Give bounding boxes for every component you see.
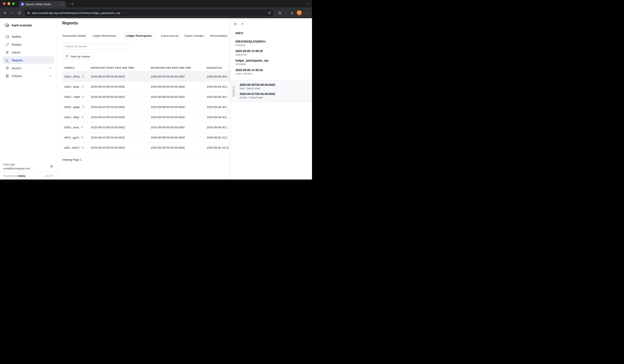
- expand-panel-icon[interactable]: [240, 22, 244, 26]
- tab-ledger-movements[interactable]: Ledger Movements: [92, 34, 116, 37]
- search-input[interactable]: [62, 43, 129, 50]
- browser-toolbar: bqrb-example.ldg-stg.one/studio/reports?…: [0, 7, 312, 18]
- copy-icon[interactable]: [81, 136, 84, 139]
- handle-cell: 02EA...60Vs: [64, 75, 91, 78]
- sidebar-item-label: Reports: [12, 59, 23, 62]
- settings-gear-icon[interactable]: [49, 164, 54, 169]
- table-row[interactable]: xkiD...GaY4 2025-05-01T00:00:00.000Z 202…: [62, 143, 240, 153]
- tab-list-chevron-icon[interactable]: [306, 1, 310, 6]
- table-row[interactable]: 02Du...kvvy 2025-09-01T00:00:00.000Z 202…: [62, 122, 240, 132]
- field-value: 02EAObOQLbTjk60Vs: [235, 40, 312, 43]
- tab-export-journal[interactable]: Export journal: [161, 34, 178, 37]
- field-label: CREATED: [235, 53, 312, 56]
- workspace-name: bqrb-example: [12, 24, 32, 27]
- tab-ledger-participants[interactable]: Ledger Participants: [123, 32, 155, 39]
- new-tab-button[interactable]: [70, 1, 75, 6]
- filter-button[interactable]: Filter by custom: [62, 53, 94, 60]
- table-row[interactable]: 02E9...qwpb 2025-09-01T00:00:00.000Z 202…: [62, 102, 240, 112]
- reports-table: HANDLE REPORTING START DATE AND TIME REP…: [62, 64, 240, 153]
- collapse-panel-icon[interactable]: [234, 22, 237, 26]
- workspace-header[interactable]: bqrb-example: [0, 18, 57, 27]
- start-cell: 2025-09-05T00:00:00.000Z: [91, 95, 151, 99]
- workspace-logo-icon: [4, 23, 9, 27]
- browser-menu-kebab-icon[interactable]: [303, 9, 310, 16]
- end-cell: 2025-09-06T00:00:00.000Z: [151, 136, 207, 139]
- tab-favicon-icon: [21, 3, 24, 6]
- notebook-icon: [5, 74, 9, 78]
- field-value: 2025-09-08 14:39:20: [235, 68, 312, 72]
- copy-icon[interactable]: [81, 126, 84, 129]
- start-cell: 2025-09-01T00:00:00.000Z: [91, 75, 151, 78]
- field-label: END_TIMESTAMP: [240, 87, 312, 90]
- copy-icon[interactable]: [81, 75, 85, 78]
- sidebar-item-bridges[interactable]: Bridges: [3, 41, 54, 48]
- window-zoom-button[interactable]: [12, 2, 15, 5]
- field-label: HANDLE: [235, 44, 312, 47]
- field-value: 2025-09-08 14:39:20: [235, 49, 312, 53]
- table-row[interactable]: 02EA...Ydp0 2025-09-05T00:00:00.000Z 202…: [62, 92, 240, 102]
- start-cell: 2025-09-01T00:00:00.000Z: [91, 136, 151, 139]
- sidebar-item-wallets[interactable]: Wallets: [3, 33, 54, 40]
- sidebar-item-label: Wallets: [12, 35, 21, 38]
- end-cell: 2025-05-05T00:00:00.000Z: [151, 146, 207, 149]
- table-row[interactable]: 02EA...Boar 2025-09-01T00:00:00.000Z 202…: [62, 82, 240, 92]
- tab-reconciliation[interactable]: Reconciliation: [210, 34, 228, 37]
- tab-close-icon[interactable]: [60, 2, 64, 6]
- info-field-schema: ledger_participants_rep SCHEMA: [235, 59, 312, 66]
- download-icon[interactable]: [288, 9, 295, 16]
- handle-text: 467V...qg7o: [64, 136, 79, 139]
- site-info-icon[interactable]: [27, 11, 30, 15]
- sidebar-item-access[interactable]: Access: [3, 64, 54, 72]
- tab-title: Reports | Minka Studio: [26, 3, 59, 6]
- extensions-puzzle-icon[interactable]: [276, 9, 283, 16]
- col-end: REPORTING END DATE AND TIME: [151, 67, 207, 69]
- handle-cell: 02EA...Ydp0: [64, 95, 91, 99]
- sidebar-item-label: Bridges: [12, 43, 22, 46]
- sidebar-item-intents[interactable]: Intents: [3, 49, 54, 56]
- copy-icon[interactable]: [82, 95, 85, 99]
- end-cell: 2025-09-05T00:00:00.000Z: [151, 75, 207, 78]
- url-bar[interactable]: bqrb-example.ldg-stg.one/studio/reports?…: [25, 9, 274, 16]
- chevron-down-icon: [49, 67, 52, 70]
- sidebar-item-reports[interactable]: Reports: [3, 56, 54, 64]
- tab-export-changes[interactable]: Export changes: [184, 34, 204, 37]
- bottom-black-strip: [0, 180, 312, 182]
- tab-transaction-details[interactable]: Transaction Details: [62, 34, 86, 37]
- table-row[interactable]: 467V...qg7o 2025-09-01T00:00:00.000Z 202…: [62, 132, 240, 143]
- col-start: REPORTING START DATE AND TIME: [91, 67, 151, 69]
- powered-by: Powered by minka_: [3, 175, 27, 178]
- sidebar-item-policies[interactable]: Policies: [3, 72, 54, 80]
- back-icon[interactable]: [2, 9, 9, 16]
- bookmark-star-icon[interactable]: [268, 11, 271, 15]
- details-field-start-timestamp: 2025-09-01T00:00:00.000Z START_TIMESTAMP: [240, 92, 312, 99]
- forward-icon[interactable]: [9, 9, 16, 16]
- table-row[interactable]: 02Du...45qz 2025-09-01T00:00:00.000Z 202…: [62, 112, 240, 122]
- sidebar-item-label: Policies: [12, 75, 22, 78]
- sidebar-footer: Powered by minka_ v2.27.7: [0, 172, 57, 180]
- brand-link[interactable]: minka_: [18, 175, 27, 178]
- line-chart-icon: [5, 58, 9, 62]
- handle-cell: 467V...qg7o: [64, 136, 91, 139]
- sidebar-item-label: Intents: [12, 51, 21, 54]
- table-row[interactable]: 02EA...60Vs 2025-09-01T00:00:00.000Z 202…: [62, 72, 240, 82]
- browser-tab[interactable]: Reports | Minka Studio: [19, 1, 66, 7]
- handle-cell: 02EA...Boar: [64, 85, 91, 88]
- sidebar-bottom: First Last email@company.com Powered by …: [0, 163, 57, 180]
- app: bqrb-example Wallets Bridges Intents R: [0, 18, 312, 180]
- copy-icon[interactable]: [81, 105, 85, 109]
- end-cell: 2025-09-06T00:00:00.000Z: [151, 105, 207, 109]
- window-close-button[interactable]: [3, 2, 6, 5]
- copy-icon[interactable]: [81, 116, 84, 119]
- url-text: bqrb-example.ldg-stg.one/studio/reports?…: [32, 11, 266, 15]
- copy-icon[interactable]: [81, 85, 84, 88]
- window-minimize-button[interactable]: [7, 2, 10, 5]
- profile-avatar[interactable]: [297, 10, 302, 16]
- reload-icon[interactable]: [16, 9, 23, 16]
- sidebar: bqrb-example Wallets Bridges Intents R: [0, 18, 57, 180]
- details-field-end-timestamp: 2025-09-05T00:00:00.000Z END_TIMESTAMP: [240, 83, 312, 90]
- table-header-row: HANDLE REPORTING START DATE AND TIME REP…: [62, 64, 240, 72]
- handle-text: 02EA...Ydp0: [64, 95, 80, 99]
- start-cell: 2025-09-01T00:00:00.000Z: [91, 126, 151, 129]
- copy-icon[interactable]: [81, 146, 84, 149]
- field-label: SCHEMA: [235, 63, 312, 66]
